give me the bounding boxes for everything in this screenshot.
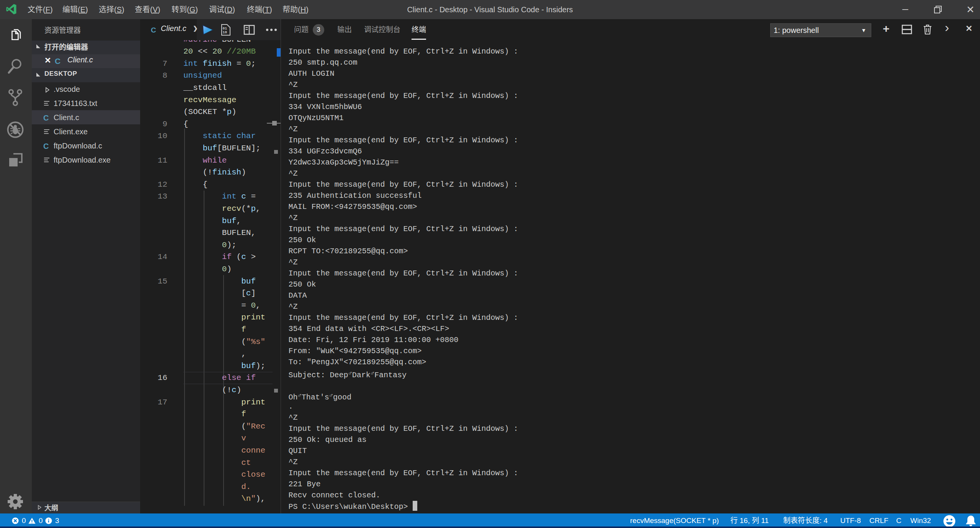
svg-text:C: C	[43, 142, 49, 150]
svg-text:10: 10	[223, 30, 227, 34]
svg-text:C: C	[151, 26, 156, 34]
svg-text:C: C	[55, 57, 60, 65]
svg-text:C: C	[43, 114, 49, 122]
